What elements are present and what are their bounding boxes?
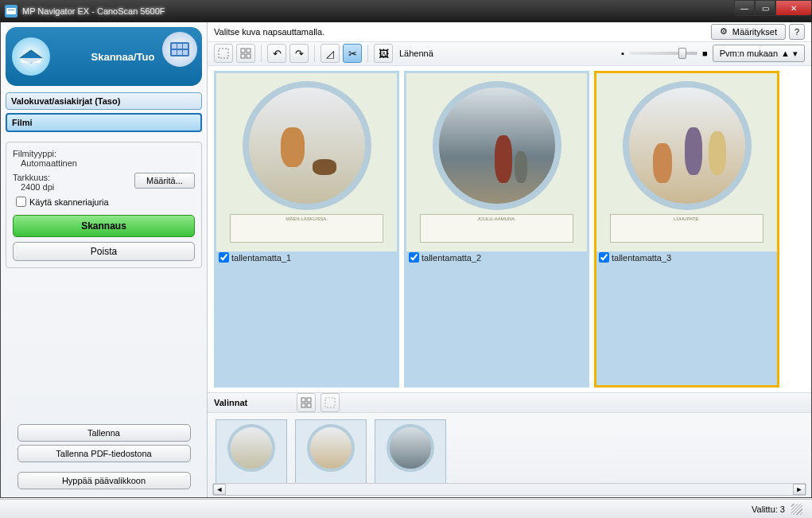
svg-rect-0 [6, 8, 16, 14]
thumbnail-image: MÄEN-LASKUSSA. [216, 73, 397, 251]
flip-tool[interactable]: ◿ [321, 44, 340, 63]
svg-rect-9 [219, 49, 228, 58]
svg-rect-7 [177, 50, 182, 55]
svg-rect-18 [325, 398, 335, 407]
thumbnail-checkbox[interactable] [219, 252, 229, 263]
toolbar: ↶ ↷ ◿ ✂ 🖼 Lähennä ▪ ■ Pvm:n mukaan ▲ ▾ [208, 42, 811, 66]
svg-rect-16 [301, 403, 305, 407]
svg-rect-1 [8, 10, 14, 10]
app-icon [5, 5, 17, 18]
svg-rect-4 [177, 44, 182, 49]
help-button[interactable]: ? [789, 24, 805, 40]
selected-count: Valittu: 3 [752, 504, 785, 514]
sliders-icon: ⚙ [720, 26, 728, 37]
horizontal-scrollbar[interactable]: ◄ ► [212, 483, 806, 496]
svg-rect-17 [307, 403, 311, 407]
select-all-tool[interactable] [214, 44, 233, 63]
svg-rect-11 [247, 49, 251, 53]
thumbnail-checkbox[interactable] [409, 252, 419, 263]
svg-rect-12 [241, 54, 245, 58]
sort-up-icon: ▲ [781, 49, 790, 58]
window-title: MP Navigator EX - CanoScan 5600F [22, 6, 734, 16]
resize-grip[interactable] [791, 504, 802, 515]
thumbnail-caption: MÄEN-LASKUSSA. [230, 214, 384, 243]
scanner-icon [12, 37, 50, 76]
status-bar: Valittu: 3 [0, 499, 812, 518]
view-mode-icon[interactable] [162, 32, 197, 67]
thumbnail-2[interactable]: JOULU-AAMUNA. tallentamatta_2 [404, 71, 589, 388]
settings-button[interactable]: ⚙ Määritykset [711, 24, 786, 40]
svg-rect-3 [172, 44, 177, 49]
resolution-value: 2400 dpi [13, 182, 54, 192]
rotate-right-tool[interactable]: ↷ [289, 44, 309, 63]
thumbnail-caption: JOULU-AAMUNA. [420, 214, 574, 243]
scan-header: Skannaa/Tuo [6, 27, 202, 86]
svg-rect-6 [172, 50, 177, 55]
crop-tool[interactable]: ✂ [343, 44, 362, 63]
selection-bar: Valinnat [208, 392, 811, 413]
thumbnail-image: LUHUPATE. [596, 73, 777, 251]
selection-clear[interactable] [321, 393, 340, 412]
save-button[interactable]: Tallenna [17, 424, 191, 442]
close-button[interactable]: ✕ [775, 0, 812, 16]
scroll-left-button[interactable]: ◄ [213, 484, 226, 495]
instruction-text: Valitse kuva napsauttamalla. [214, 27, 711, 37]
zoom-slider[interactable] [629, 52, 697, 55]
strip-thumbnail-2[interactable] [295, 419, 367, 491]
scroll-right-button[interactable]: ► [793, 484, 806, 495]
thumbnail-caption: LUHUPATE. [610, 214, 764, 243]
sort-dropdown-label: Pvm:n mukaan [720, 49, 778, 58]
film-type-label: Filmityyppi: [13, 149, 195, 158]
chevron-down-icon: ▾ [793, 49, 798, 59]
titlebar: MP Navigator EX - CanoScan 5600F — ▭ ✕ [0, 0, 812, 22]
svg-rect-14 [301, 398, 305, 402]
save-pdf-button[interactable]: Tallenna PDF-tiedostona [17, 445, 191, 462]
use-driver-checkbox[interactable] [16, 197, 26, 207]
minimize-button[interactable]: — [734, 0, 755, 16]
thumbnail-large-icon: ■ [702, 49, 708, 58]
delete-button[interactable]: Poista [13, 242, 195, 261]
sort-dropdown[interactable]: Pvm:n mukaan ▲ ▾ [713, 45, 805, 62]
strip-thumbnail-1[interactable] [216, 419, 287, 491]
window-controls: — ▭ ✕ [734, 0, 812, 16]
settings-button-label: Määritykset [732, 27, 777, 37]
film-type-value: Automaattinen [13, 158, 195, 168]
zoom-slider-thumb[interactable] [678, 48, 686, 59]
sidebar-item-film[interactable]: Filmi [6, 113, 202, 132]
thumbnail-grid: MÄEN-LASKUSSA. tallentamatta_1 JOULU-AAM… [208, 66, 811, 392]
thumbnail-checkbox[interactable] [599, 252, 609, 263]
thumbnail-small-icon: ▪ [621, 49, 624, 58]
sidebar-item-photos-docs[interactable]: Valokuvat/asiakirjat (Taso) [6, 92, 202, 110]
content-area: Valitse kuva napsauttamalla. ⚙ Määrityks… [208, 22, 811, 497]
thumbnail-name: tallentamatta_3 [612, 253, 671, 263]
use-driver-label: Käytä skanneriajuria [29, 197, 109, 207]
content-top-bar: Valitse kuva napsauttamalla. ⚙ Määrityks… [208, 22, 811, 42]
thumbnail-1[interactable]: MÄEN-LASKUSSA. tallentamatta_1 [214, 71, 399, 388]
select-grid-tool[interactable] [236, 44, 255, 63]
zoom-label: Lähennä [399, 49, 433, 58]
thumbnail-3[interactable]: LUHUPATE. tallentamatta_3 [594, 71, 779, 388]
resolution-label: Tarkkuus: [13, 173, 54, 182]
strip-thumbnail-3[interactable] [375, 419, 446, 491]
svg-rect-13 [247, 54, 251, 58]
image-info-tool[interactable]: 🖼 [374, 44, 393, 63]
thumbnail-name: tallentamatta_1 [231, 253, 291, 263]
svg-rect-5 [183, 44, 188, 49]
main-menu-button[interactable]: Hyppää päävalikkoon [17, 472, 191, 489]
scan-settings-box: Filmityyppi: Automaattinen Tarkkuus: 240… [6, 142, 202, 268]
selection-select-all[interactable] [297, 393, 316, 412]
thumbnail-name: tallentamatta_2 [422, 253, 481, 263]
scan-button[interactable]: Skannaus [13, 215, 195, 237]
configure-button[interactable]: Määritä... [134, 173, 195, 189]
rotate-left-tool[interactable]: ↶ [267, 44, 286, 63]
selection-strip: ◄ ► [208, 413, 811, 497]
svg-rect-8 [183, 50, 188, 55]
scroll-track[interactable] [226, 484, 793, 495]
svg-rect-15 [307, 398, 311, 402]
thumbnail-image: JOULU-AAMUNA. [406, 73, 587, 251]
sidebar: Skannaa/Tuo Valokuvat/asiakirjat (Taso) … [1, 22, 208, 497]
maximize-button[interactable]: ▭ [755, 0, 775, 16]
selection-title: Valinnat [214, 398, 247, 407]
svg-rect-10 [241, 49, 245, 53]
